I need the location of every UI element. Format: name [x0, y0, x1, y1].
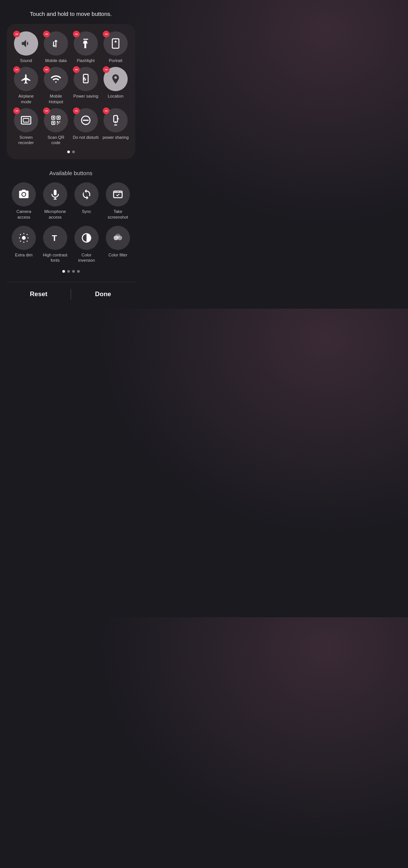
panel-btn-flashlight[interactable]: −Flashlight	[74, 31, 98, 63]
power-saving-label: Power saving	[73, 93, 98, 99]
panel-btn-sound[interactable]: −Sound	[14, 31, 38, 63]
bottom-bar: Reset Done	[7, 282, 135, 301]
remove-badge[interactable]: −	[73, 107, 80, 114]
panel-btn-portrait[interactable]: −Portrait	[104, 31, 128, 63]
sound-label: Sound	[20, 58, 32, 63]
color-filter-label: Color filter	[108, 252, 127, 258]
avail-btn-color-filter[interactable]: Color filter	[106, 226, 130, 263]
available-dot	[77, 270, 80, 273]
avail-btn-camera-access[interactable]: Camera access	[11, 182, 37, 220]
panel-btn-power-saving[interactable]: −Power saving	[73, 67, 98, 104]
panel-btn-do-not-disturb[interactable]: −Do not disturb	[73, 108, 99, 146]
avail-btn-high-contrast-fonts[interactable]: THigh contrast fonts	[42, 226, 68, 263]
avail-btn-microphone-access[interactable]: Microphone access	[42, 182, 68, 220]
do-not-disturb-icon: −	[74, 108, 98, 132]
flashlight-label: Flashlight	[77, 58, 94, 63]
remove-badge[interactable]: −	[103, 31, 110, 37]
scan-qr-icon: −	[44, 108, 68, 132]
airplane-mode-label: Airplane mode	[13, 93, 39, 104]
panel-btn-scan-qr[interactable]: −Scan QR code	[43, 108, 69, 146]
sync-icon	[74, 182, 99, 207]
high-contrast-fonts-icon: T	[43, 226, 67, 250]
mobile-hotspot-label: Mobile Hotspot	[43, 93, 69, 104]
remove-badge[interactable]: −	[43, 107, 50, 114]
remove-badge[interactable]: −	[103, 66, 110, 73]
avail-btn-extra-dim[interactable]: Extra dim	[12, 226, 36, 263]
avail-btn-sync[interactable]: Sync	[74, 182, 99, 220]
svg-rect-10	[53, 122, 54, 124]
remove-badge[interactable]: −	[43, 31, 50, 37]
svg-rect-8	[58, 117, 59, 118]
portrait-label: Portrait	[109, 58, 122, 63]
svg-rect-18	[54, 190, 57, 196]
microphone-access-label: Microphone access	[42, 209, 68, 220]
mobile-data-icon: −	[44, 31, 68, 56]
location-icon: −	[104, 67, 128, 91]
microphone-access-icon	[43, 182, 67, 207]
svg-rect-0	[112, 39, 119, 48]
svg-rect-6	[53, 117, 54, 118]
available-dots	[62, 270, 80, 273]
panel-btn-location[interactable]: −Location	[104, 67, 128, 104]
flashlight-icon: −	[74, 31, 98, 56]
sync-label: Sync	[82, 209, 91, 214]
remove-badge[interactable]: −	[73, 31, 80, 37]
avail-btn-color-inversion[interactable]: Color inversion	[73, 226, 100, 263]
screen-recorder-icon: −	[14, 108, 38, 132]
svg-rect-3	[22, 116, 31, 124]
svg-rect-19	[114, 191, 122, 198]
svg-rect-12	[59, 121, 60, 122]
panel-btn-mobile-data[interactable]: −Mobile data	[44, 31, 68, 63]
remove-badge[interactable]: −	[73, 66, 80, 73]
svg-rect-4	[23, 118, 29, 122]
panel-dot	[67, 151, 70, 153]
svg-text:T: T	[52, 233, 57, 243]
remove-badge[interactable]: −	[43, 66, 50, 73]
high-contrast-fonts-label: High contrast fonts	[42, 252, 68, 263]
remove-badge[interactable]: −	[13, 31, 20, 37]
airplane-mode-icon: −	[14, 67, 38, 91]
available-dot	[67, 270, 70, 273]
take-screenshot-label: Take screenshot	[105, 209, 131, 220]
instruction-text: Touch and hold to move buttons.	[22, 0, 119, 24]
power-saving-icon: −	[74, 67, 98, 91]
panel-grid: −Sound−Mobile data−Flashlight−Portrait−A…	[13, 31, 129, 145]
power-sharing-label: power sharing	[102, 135, 128, 140]
svg-rect-14	[58, 123, 59, 124]
svg-rect-17	[114, 115, 117, 122]
panel-btn-screen-recorder[interactable]: −Screen recorder	[13, 108, 39, 146]
avail-btn-take-screenshot[interactable]: Take screenshot	[105, 182, 131, 220]
mobile-hotspot-icon: −	[44, 67, 68, 91]
mobile-data-label: Mobile data	[45, 58, 67, 63]
remove-badge[interactable]: −	[13, 107, 20, 114]
panel-btn-power-sharing[interactable]: −power sharing	[102, 108, 128, 146]
location-label: Location	[108, 93, 124, 99]
remove-badge[interactable]: −	[13, 66, 20, 73]
panel-btn-airplane-mode[interactable]: −Airplane mode	[13, 67, 39, 104]
available-dot	[72, 270, 75, 273]
svg-point-20	[22, 236, 26, 240]
svg-rect-13	[57, 124, 58, 125]
take-screenshot-icon	[106, 182, 130, 207]
available-dot	[62, 270, 65, 273]
color-inversion-label: Color inversion	[73, 252, 100, 263]
color-inversion-icon	[74, 226, 99, 250]
quick-settings-panel: −Sound−Mobile data−Flashlight−Portrait−A…	[7, 24, 135, 159]
svg-point-1	[115, 41, 117, 43]
svg-rect-11	[57, 121, 59, 123]
panel-btn-mobile-hotspot[interactable]: −Mobile Hotspot	[43, 67, 69, 104]
do-not-disturb-label: Do not disturb	[73, 135, 99, 140]
svg-point-25	[116, 234, 121, 239]
available-title: Available buttons	[49, 170, 93, 176]
portrait-icon: −	[104, 31, 128, 56]
panel-dot	[72, 151, 75, 153]
scan-qr-label: Scan QR code	[43, 135, 69, 146]
color-filter-icon	[106, 226, 130, 250]
done-button[interactable]: Done	[71, 287, 135, 301]
extra-dim-label: Extra dim	[15, 252, 32, 258]
sound-icon: −	[14, 31, 38, 56]
remove-badge[interactable]: −	[103, 107, 110, 114]
camera-access-label: Camera access	[11, 209, 37, 220]
panel-dots	[13, 151, 129, 153]
reset-button[interactable]: Reset	[7, 287, 71, 301]
